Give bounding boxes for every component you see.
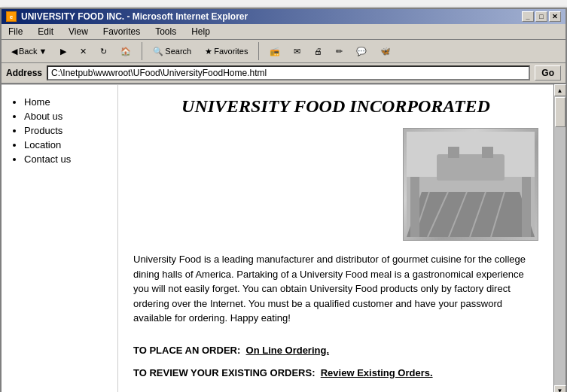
page-title: UNIVERSITY FOOD INCORPORATED (133, 96, 538, 117)
nav-list: Home About us Products Location Contact … (13, 96, 110, 165)
search-icon: 🔍 (153, 47, 163, 56)
print-button[interactable]: 🖨 (309, 44, 328, 58)
discuss-icon: 💬 (356, 47, 367, 56)
menu-view[interactable]: View (66, 26, 90, 38)
maximize-button[interactable]: □ (535, 11, 547, 22)
address-label: Address (6, 68, 42, 78)
svg-rect-10 (437, 154, 505, 181)
search-button[interactable]: 🔍 Search (148, 44, 197, 59)
msn-icon: 🦋 (380, 47, 391, 56)
discuss-button[interactable]: 💬 (351, 44, 372, 59)
order-line-1: TO PLACE AN ORDER: On Line Ordering. (133, 341, 538, 360)
description-text: University Food is a leading manufacture… (133, 252, 538, 326)
menu-help[interactable]: Help (189, 26, 212, 38)
nav-link-location[interactable]: Location (24, 139, 61, 150)
title-bar: e UNIVERSITY FOOD INC. - Microsoft Inter… (2, 9, 565, 24)
svg-rect-11 (448, 147, 459, 158)
stop-button[interactable]: ✕ (75, 44, 92, 59)
svg-rect-12 (482, 147, 493, 158)
nav-link-contact[interactable]: Contact us (24, 153, 71, 165)
print-icon: 🖨 (314, 47, 322, 56)
media-icon: 📻 (270, 47, 280, 56)
address-bar: Address Go (2, 63, 565, 84)
home-button[interactable]: 🏠 (115, 44, 136, 59)
food-image (403, 128, 538, 241)
order-label-1: TO PLACE AN ORDER: (133, 345, 240, 356)
nav-link-products[interactable]: Products (24, 125, 62, 136)
menu-edit[interactable]: Edit (35, 26, 56, 38)
forward-button[interactable]: ▶ (55, 44, 72, 59)
mail-icon: ✉ (294, 47, 300, 56)
order-line-2: TO REVIEW YOUR EXISTING ORDERS: Review E… (133, 363, 538, 383)
nav-link-aboutus[interactable]: About us (24, 111, 62, 122)
menu-bar: File Edit View Favorites Tools Help (2, 24, 565, 40)
review-orders-link[interactable]: Review Existing Orders. (321, 367, 433, 378)
browser-window: e UNIVERSITY FOOD INC. - Microsoft Inter… (0, 8, 567, 392)
menu-favorites[interactable]: Favorites (101, 26, 142, 38)
refresh-icon: ↻ (100, 47, 107, 56)
edit-button[interactable]: ✏ (331, 44, 348, 59)
menu-file[interactable]: File (6, 26, 25, 38)
nav-item-aboutus[interactable]: About us (24, 111, 110, 122)
svg-rect-9 (522, 177, 531, 237)
online-ordering-link[interactable]: On Line Ordering. (246, 345, 330, 356)
nav-item-contact[interactable]: Contact us (24, 153, 110, 165)
go-button[interactable]: Go (535, 65, 561, 81)
window-title: UNIVERSITY FOOD INC. - Microsoft Interne… (21, 11, 248, 22)
browser-icon: e (6, 11, 17, 22)
scroll-track[interactable] (554, 96, 565, 385)
address-input[interactable] (47, 65, 530, 81)
scroll-down-button[interactable]: ▼ (554, 385, 566, 393)
stop-icon: ✕ (80, 47, 87, 56)
minimize-button[interactable]: _ (522, 11, 534, 22)
content-wrapper: Home About us Products Location Contact … (2, 84, 565, 392)
nav-item-home[interactable]: Home (24, 96, 110, 108)
toolbar: ◀ Back ▼ ▶ ✕ ↻ 🏠 🔍 Search ★ Favorites 📻 (2, 40, 565, 63)
svg-rect-8 (410, 177, 419, 237)
nav-item-location[interactable]: Location (24, 139, 110, 150)
back-dropdown-icon: ▼ (38, 47, 47, 56)
conveyor-svg (407, 132, 535, 237)
favorites-button[interactable]: ★ Favorites (200, 44, 253, 59)
mail-button[interactable]: ✉ (288, 44, 306, 59)
edit-icon: ✏ (336, 47, 343, 56)
star-icon: ★ (205, 47, 212, 56)
toolbar-separator-1 (142, 42, 142, 60)
back-icon: ◀ (11, 47, 17, 56)
menu-tools[interactable]: Tools (153, 26, 178, 38)
order-section: TO PLACE AN ORDER: On Line Ordering. TO … (133, 341, 538, 383)
toolbar-separator-2 (258, 42, 259, 60)
refresh-button[interactable]: ↻ (95, 44, 112, 59)
media-button[interactable]: 📻 (264, 44, 285, 59)
vertical-scrollbar[interactable]: ▲ ▼ (553, 84, 565, 392)
order-label-2: TO REVIEW YOUR EXISTING ORDERS: (133, 367, 316, 378)
content-area: Home About us Products Location Contact … (2, 84, 553, 392)
scroll-up-button[interactable]: ▲ (554, 84, 566, 96)
nav-item-products[interactable]: Products (24, 125, 110, 136)
svg-marker-2 (407, 192, 535, 237)
back-button[interactable]: ◀ Back ▼ (6, 44, 52, 59)
scroll-thumb[interactable] (555, 97, 565, 127)
forward-icon: ▶ (60, 47, 66, 56)
window-controls: _ □ ✕ (522, 11, 561, 22)
msn-button[interactable]: 🦋 (375, 44, 396, 59)
close-button[interactable]: ✕ (549, 11, 561, 22)
food-image-inner (404, 129, 538, 240)
home-icon: 🏠 (120, 47, 131, 56)
main-content: UNIVERSITY FOOD INCORPORATED (118, 85, 553, 392)
nav-link-home[interactable]: Home (24, 96, 50, 108)
sidebar: Home About us Products Location Contact … (2, 85, 118, 392)
